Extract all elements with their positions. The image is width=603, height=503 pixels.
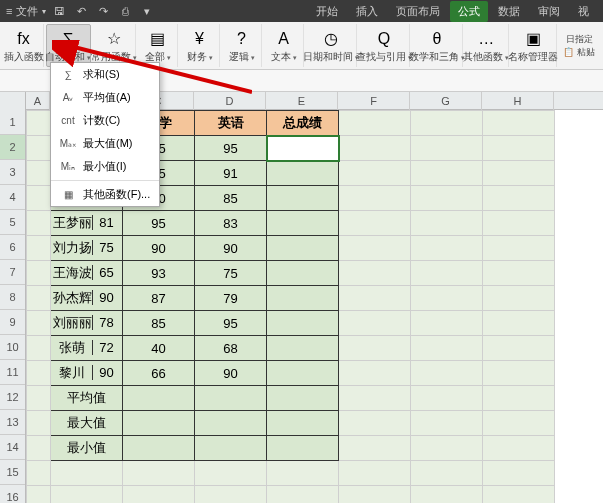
row-header-13[interactable]: 13	[0, 410, 25, 435]
cell-E1[interactable]: 总成绩	[267, 111, 339, 136]
col-header-H[interactable]: H	[482, 92, 554, 110]
cell-B15[interactable]	[51, 461, 123, 486]
cell-A14[interactable]	[27, 436, 51, 461]
col-header-G[interactable]: G	[410, 92, 482, 110]
row-header-16[interactable]: 16	[0, 485, 25, 503]
cell-F16[interactable]	[339, 486, 411, 504]
dropdown-count[interactable]: cnt计数(C)	[51, 109, 159, 132]
cell-D5[interactable]: 83	[195, 211, 267, 236]
cell-D11[interactable]: 90	[195, 361, 267, 386]
cell-D3[interactable]: 91	[195, 161, 267, 186]
cell-H2[interactable]	[483, 136, 555, 161]
cell-A15[interactable]	[27, 461, 51, 486]
row-header-9[interactable]: 9	[0, 310, 25, 335]
cell-C13[interactable]	[123, 411, 195, 436]
select-all-corner[interactable]	[0, 92, 26, 110]
cell-C6[interactable]: 90	[123, 236, 195, 261]
row-header-3[interactable]: 3	[0, 160, 25, 185]
cell-C16[interactable]	[123, 486, 195, 504]
cell-C9[interactable]: 85	[123, 311, 195, 336]
cell-E16[interactable]	[267, 486, 339, 504]
cell-D4[interactable]: 85	[195, 186, 267, 211]
cell-C11[interactable]: 66	[123, 361, 195, 386]
cell-D10[interactable]: 68	[195, 336, 267, 361]
cell-B9[interactable]: 刘丽丽78	[51, 311, 123, 336]
menu-file[interactable]: ≡ 文件 ▾	[6, 4, 46, 19]
row-header-2[interactable]: 2	[0, 135, 25, 160]
cell-C5[interactable]: 95	[123, 211, 195, 236]
cell-A4[interactable]	[27, 186, 51, 211]
col-header-F[interactable]: F	[338, 92, 410, 110]
cell-G1[interactable]	[411, 111, 483, 136]
col-header-E[interactable]: E	[266, 92, 338, 110]
cell-D6[interactable]: 90	[195, 236, 267, 261]
ribbon-name-mgr[interactable]: ▣ 名称管理器	[511, 24, 558, 67]
cell-H6[interactable]	[483, 236, 555, 261]
cell-F3[interactable]	[339, 161, 411, 186]
cell-A8[interactable]	[27, 286, 51, 311]
tab-data[interactable]: 数据	[490, 1, 528, 22]
cell-H3[interactable]	[483, 161, 555, 186]
cell-F15[interactable]	[339, 461, 411, 486]
row-header-4[interactable]: 4	[0, 185, 25, 210]
cell-G14[interactable]	[411, 436, 483, 461]
cell-F4[interactable]	[339, 186, 411, 211]
cell-C10[interactable]: 40	[123, 336, 195, 361]
cell-E6[interactable]	[267, 236, 339, 261]
ribbon-autosum[interactable]: ∑ 自动求和▾	[46, 24, 91, 67]
cell-D2[interactable]: 95	[195, 136, 267, 161]
cell-E13[interactable]	[267, 411, 339, 436]
cell-H13[interactable]	[483, 411, 555, 436]
cell-A7[interactable]	[27, 261, 51, 286]
cell-F1[interactable]	[339, 111, 411, 136]
cell-D7[interactable]: 75	[195, 261, 267, 286]
cell-H11[interactable]	[483, 361, 555, 386]
cell-G4[interactable]	[411, 186, 483, 211]
tab-view[interactable]: 视	[570, 1, 597, 22]
row-header-10[interactable]: 10	[0, 335, 25, 360]
cell-G16[interactable]	[411, 486, 483, 504]
cell-F14[interactable]	[339, 436, 411, 461]
cell-F13[interactable]	[339, 411, 411, 436]
row-header-14[interactable]: 14	[0, 435, 25, 460]
cell-F9[interactable]	[339, 311, 411, 336]
cell-F2[interactable]	[339, 136, 411, 161]
cell-F10[interactable]	[339, 336, 411, 361]
ribbon-math[interactable]: θ 数学和三角▾	[412, 24, 463, 67]
ribbon-lookup[interactable]: Q 查找与引用▾	[359, 24, 410, 67]
cell-H16[interactable]	[483, 486, 555, 504]
col-header-A[interactable]: A	[26, 92, 50, 110]
cell-B16[interactable]	[51, 486, 123, 504]
ribbon-financial[interactable]: ¥ 财务▾	[180, 24, 220, 67]
tab-layout[interactable]: 页面布局	[388, 1, 448, 22]
cell-F12[interactable]	[339, 386, 411, 411]
cell-G6[interactable]	[411, 236, 483, 261]
cell-F7[interactable]	[339, 261, 411, 286]
row-header-5[interactable]: 5	[0, 210, 25, 235]
cell-B10[interactable]: 张萌72	[51, 336, 123, 361]
cell-E4[interactable]	[267, 186, 339, 211]
cell-G9[interactable]	[411, 311, 483, 336]
cell-G5[interactable]	[411, 211, 483, 236]
cell-C7[interactable]: 93	[123, 261, 195, 286]
cell-B14[interactable]: 最小值	[51, 436, 123, 461]
cell-B8[interactable]: 孙杰辉90	[51, 286, 123, 311]
cell-D16[interactable]	[195, 486, 267, 504]
tab-start[interactable]: 开始	[308, 1, 346, 22]
cell-D12[interactable]	[195, 386, 267, 411]
cell-H5[interactable]	[483, 211, 555, 236]
cell-A3[interactable]	[27, 161, 51, 186]
cell-E5[interactable]	[267, 211, 339, 236]
cell-H1[interactable]	[483, 111, 555, 136]
cell-H10[interactable]	[483, 336, 555, 361]
cell-A11[interactable]	[27, 361, 51, 386]
cell-A9[interactable]	[27, 311, 51, 336]
cell-H9[interactable]	[483, 311, 555, 336]
cell-D1[interactable]: 英语	[195, 111, 267, 136]
cell-E10[interactable]	[267, 336, 339, 361]
row-header-15[interactable]: 15	[0, 460, 25, 485]
cell-C15[interactable]	[123, 461, 195, 486]
cell-H4[interactable]	[483, 186, 555, 211]
qat-save-icon[interactable]: 🖫	[50, 2, 68, 20]
cell-A10[interactable]	[27, 336, 51, 361]
